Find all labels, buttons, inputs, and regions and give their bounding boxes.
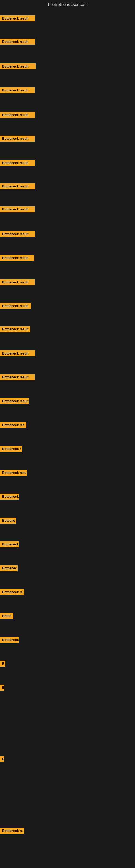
bottleneck-bar-2: Bottleneck result <box>0 63 36 69</box>
bottleneck-bar-27: B <box>0 661 5 667</box>
bottleneck-bar-24: Bottleneck re <box>0 589 24 595</box>
bottleneck-bar-3: Bottleneck result <box>0 87 35 93</box>
bottleneck-bar-21: Bottlene <box>0 518 16 524</box>
bottleneck-bar-4: Bottleneck result <box>0 112 35 118</box>
bottleneck-bar-14: Bottleneck result <box>0 350 35 356</box>
bottleneck-bar-6: Bottleneck result <box>0 160 35 166</box>
bottleneck-bar-23: Bottlenec <box>0 565 17 571</box>
bottleneck-bar-31: B <box>0 756 4 762</box>
bottleneck-bar-5: Bottleneck result <box>0 135 35 142</box>
bottleneck-bar-1: Bottleneck result <box>0 39 35 45</box>
bottleneck-bar-0: Bottleneck result <box>0 16 35 22</box>
bottleneck-bar-25: Bottle <box>0 613 13 619</box>
bottleneck-bar-16: Bottleneck result <box>0 398 29 404</box>
bottleneck-bar-17: Bottleneck res <box>0 422 27 428</box>
bottleneck-bar-9: Bottleneck result <box>0 231 35 237</box>
bottleneck-bar-8: Bottleneck result <box>0 207 35 212</box>
bottleneck-bar-12: Bottleneck result <box>0 303 31 309</box>
bottleneck-bar-15: Bottleneck result <box>0 374 35 380</box>
bottleneck-bar-26: Bottleneck <box>0 637 19 643</box>
bottleneck-bar-34: Bottleneck re <box>0 828 24 834</box>
bottleneck-bar-18: Bottleneck r <box>0 446 22 452</box>
bottleneck-bar-13: Bottleneck result <box>0 326 30 332</box>
bottleneck-bar-19: Bottleneck resu <box>0 470 27 476</box>
bottleneck-bar-20: Bottleneck <box>0 494 19 500</box>
bottleneck-bar-22: Bottleneck <box>0 541 19 547</box>
bottleneck-bar-11: Bottleneck result <box>0 279 35 285</box>
site-title: TheBottlenecker.com <box>0 0 135 9</box>
bottleneck-bar-7: Bottleneck result <box>0 183 35 189</box>
bottleneck-bar-10: Bottleneck result <box>0 255 34 261</box>
bottleneck-bar-28: B <box>0 685 4 691</box>
